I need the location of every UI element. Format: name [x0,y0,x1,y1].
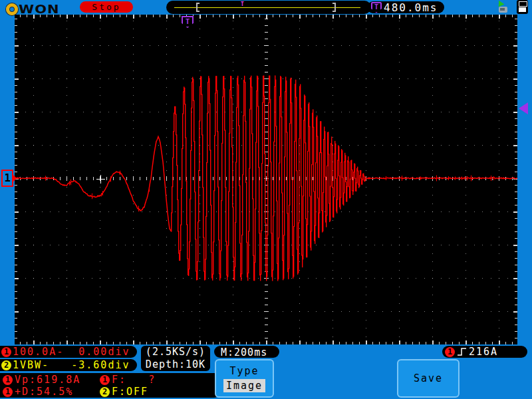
type-value: Image [223,379,265,392]
measurement-badge: 1 [3,387,13,397]
top-bar: WON Stop T T 480.0ms [0,0,532,15]
measurement-badge: 1 [3,375,13,385]
measurement-text: +D:54.5% [15,386,73,398]
sample-rate: (2.5KS/s) [141,346,210,358]
timeline-window-left-bracket [196,3,198,12]
oscilloscope-screen: WON Stop T T 480.0ms [0,0,532,399]
ch2-badge: 2 [1,360,11,370]
trigger-source-badge: 1 [445,347,455,357]
rising-edge-icon [457,347,467,356]
ch1-status-box: 1 100.0A- 0.00div [0,346,137,358]
trigger-time-value: 480.0ms [384,1,438,14]
ch1-badge: 1 [1,347,11,357]
save-button[interactable]: Save [397,359,460,398]
ch2-status-box: 2 1VBW- -3.60div [0,359,137,371]
timebase-box: M:200ms [214,346,279,358]
channel1-marker[interactable]: 1 [1,170,13,187]
record-depth: Depth:10K [141,358,210,370]
timeline-bar[interactable]: T [166,1,371,14]
measurement-item: 1+D:54.5% [3,386,73,397]
measurement-item: 1Vp:619.8A [3,374,80,385]
measurement-item: 1F: ? [100,374,156,385]
trigger-t-icon: T [371,2,382,13]
waveform-display [15,15,517,344]
save-label: Save [398,372,458,384]
measurement-item: 2F:OFF [100,386,148,397]
acquisition-box: (2.5KS/s) Depth:10K [141,346,210,371]
channel1-marker-label: 1 [4,172,11,184]
timeline-window-right-bracket [334,3,336,12]
measurement-text: F:OFF [112,386,148,398]
ch1-status-text: 100.0A- 0.00div [13,346,130,358]
measurement-text: Vp:619.8A [15,374,80,386]
type-button[interactable]: Type Image [215,359,274,398]
ch2-status-text: 1VBW- -3.60div [13,359,130,371]
battery-icon [517,0,528,14]
trigger-time-pill: T 480.0ms [367,1,444,13]
usb-icon [496,2,509,13]
trigger-level-arrow[interactable] [519,102,528,114]
measurement-text: F: ? [112,374,156,386]
timebase-value: M:200ms [221,346,267,358]
measurements-box: 1Vp:619.8A1F: ?1+D:54.5%2F:OFF [0,373,219,398]
run-state-button[interactable]: Stop [80,1,133,13]
type-label: Type [216,365,273,377]
measurement-badge: 2 [100,387,110,397]
trigger-status-box: 1 216A [442,346,527,358]
timeline-record-line [174,7,360,8]
timeline-trigger-mark: T [241,1,244,7]
logo-ring-icon [6,3,18,15]
measurement-badge: 1 [100,375,110,385]
trigger-level-value: 216A [469,346,498,358]
